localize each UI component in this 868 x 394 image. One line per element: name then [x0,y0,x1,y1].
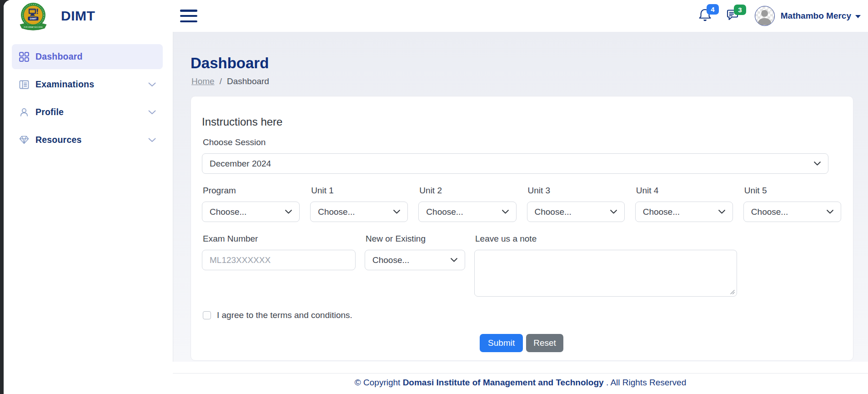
unit1-select-value: Choose... [318,207,355,217]
sidebar-item-label: Dashboard [35,51,83,62]
copyright-prefix: © Copyright [355,378,401,387]
unit2-label: Unit 2 [419,186,516,196]
app-window: DIMT FOR GREAT SUCCESS DIMT 4 3 [4,0,868,394]
unit4-select-value: Choose... [643,207,680,217]
sidebar-item-profile[interactable]: Profile [12,100,163,125]
chevron-down-icon [148,110,156,115]
program-select[interactable]: Choose... [202,202,300,222]
chevron-down-icon [827,210,833,214]
caret-down-icon [855,15,861,18]
page-title: Dashboard [191,55,868,72]
submit-button[interactable]: Submit [480,334,523,352]
instructions-heading: Instructions here [202,116,841,128]
chevron-down-icon [502,210,509,214]
program-select-value: Choose... [210,207,246,217]
list-icon [19,79,30,90]
unit3-select-value: Choose... [535,207,572,217]
new-or-existing-label: New or Existing [366,234,465,244]
terms-label: I agree to the terms and conditions. [217,310,352,320]
person-silhouette-icon [755,6,774,25]
logo-center-text: DIMT [30,17,36,20]
dimt-crest-logo: DIMT FOR GREAT SUCCESS [18,2,48,31]
notifications-button[interactable]: 4 [698,8,712,25]
unit5-select-value: Choose... [751,207,788,217]
sidebar-item-label: Examinations [35,79,94,90]
brand-title: DIMT [61,8,95,24]
exam-number-input[interactable] [202,250,356,270]
session-select[interactable]: December 2024 [202,153,828,174]
top-bar: DIMT FOR GREAT SUCCESS DIMT 4 3 [4,0,868,32]
new-or-existing-select-value: Choose... [372,255,409,265]
unit3-label: Unit 3 [528,186,625,196]
sidebar: Dashboard Examinations [4,32,173,394]
top-right-cluster: 4 3 Mathambo Mercy [698,6,868,26]
sidebar-item-label: Profile [35,107,64,117]
terms-checkbox[interactable] [203,311,211,319]
user-menu[interactable]: Mathambo Mercy [781,11,861,21]
unit5-label: Unit 5 [744,186,841,196]
footer: © Copyright Domasi Institute of Manageme… [173,362,868,394]
copyright-suffix: . All Rights Reserved [606,378,686,387]
sidebar-item-label: Resources [35,135,82,145]
breadcrumb-separator: / [220,76,222,86]
grid-icon [19,51,30,62]
chevron-down-icon [718,210,725,214]
chevron-down-icon [393,210,400,214]
breadcrumb-current: Dashboard [227,76,269,86]
agree-row: I agree to the terms and conditions. [203,310,841,320]
chevron-down-icon [814,162,821,166]
unit5-select[interactable]: Choose... [743,202,841,222]
chevron-down-icon [451,258,457,262]
avatar[interactable] [755,6,775,26]
sidebar-item-dashboard[interactable]: Dashboard [12,44,163,69]
reset-button[interactable]: Reset [526,334,563,352]
session-label: Choose Session [203,137,841,147]
unit4-select[interactable]: Choose... [635,202,733,222]
chevron-down-icon [148,82,156,87]
breadcrumb: Home / Dashboard [191,76,868,86]
program-label: Program [203,186,300,196]
unit1-select[interactable]: Choose... [310,202,408,222]
note-textarea[interactable] [474,250,737,297]
unit-select-row: Program Choose... Unit 1 Choose... Unit … [202,186,841,222]
new-or-existing-select[interactable]: Choose... [365,250,465,270]
chevron-down-icon [610,210,617,214]
menu-icon[interactable] [180,10,197,22]
details-row: Exam Number New or Existing Choose... Le… [202,234,841,298]
notification-count-badge: 4 [707,4,719,15]
main-content: Dashboard Home / Dashboard Instructions … [173,32,868,362]
exam-number-label: Exam Number [203,234,356,244]
organization-link[interactable]: Domasi Institute of Management and Techn… [403,378,604,387]
note-label: Leave us a note [475,234,737,244]
logo-ribbon-text: FOR GREAT SUCCESS [24,26,43,28]
form-actions: Submit Reset [202,334,841,352]
copyright-text: © Copyright Domasi Institute of Manageme… [173,378,868,388]
unit2-select[interactable]: Choose... [418,202,516,222]
session-select-value: December 2024 [210,159,271,169]
sidebar-item-resources[interactable]: Resources [12,127,163,152]
unit4-label: Unit 4 [636,186,733,196]
sidebar-item-examinations[interactable]: Examinations [12,72,163,97]
breadcrumb-home-link[interactable]: Home [191,76,215,86]
footer-divider [173,373,868,374]
exam-registration-card: Instructions here Choose Session Decembe… [191,96,853,361]
unit1-label: Unit 1 [311,186,408,196]
chevron-down-icon [285,210,292,214]
person-icon [19,107,30,118]
unit3-select[interactable]: Choose... [527,202,625,222]
gem-icon [19,135,30,146]
message-count-badge: 3 [734,5,746,15]
unit2-select-value: Choose... [426,207,463,217]
user-name: Mathambo Mercy [781,11,851,21]
chevron-down-icon [148,138,156,142]
messages-button[interactable]: 3 [726,8,739,24]
